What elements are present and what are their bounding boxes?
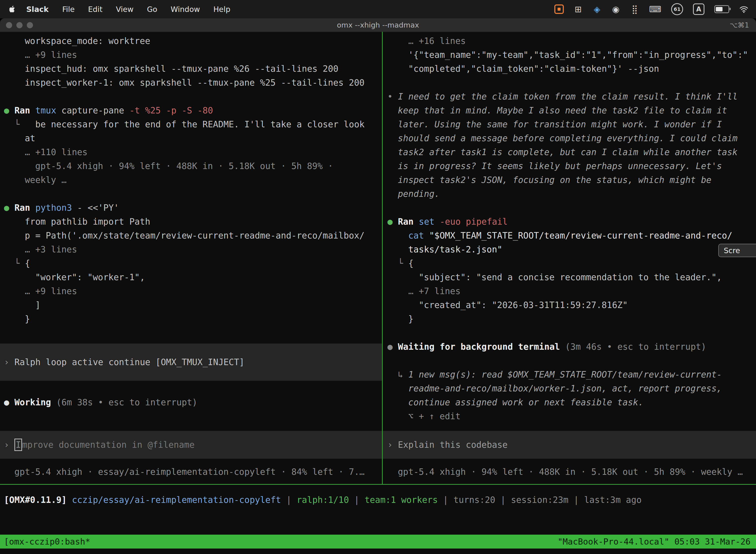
menu-item-edit[interactable]: Edit [81, 5, 109, 14]
terminal-line: ● Ran python3 - <<'PY' [0, 201, 382, 215]
text-segment: "$OMX_TEAM_STATE_ROOT/team/review-curren… [429, 231, 732, 240]
terminal-line: } [383, 312, 756, 326]
text-segment: cczip/essay/ai-reimplementation-copyleft [72, 495, 281, 505]
text-segment: ● [4, 106, 14, 115]
text-segment: be necessary for the end of the README. … [35, 119, 365, 129]
terminal-line: tasks/task-2.json" [383, 242, 756, 257]
menu-item-file[interactable]: File [56, 5, 81, 14]
circle-app-icon[interactable]: ◉ [611, 3, 620, 15]
terminal-line: inspect task2's JSON, focusing on the st… [383, 173, 756, 187]
text-segment: | [438, 495, 453, 505]
screenshot-toast[interactable]: Scre [718, 244, 756, 257]
text-segment: capture-pane [62, 106, 129, 115]
text-segment: › [387, 438, 398, 452]
text-segment: gpt-5.4 xhigh · 94% left · 488K in · 5.1… [398, 467, 743, 477]
text-segment: (3m 46s • esc to interrupt) [565, 342, 706, 352]
terminal-line: └ { [383, 257, 756, 270]
menubar-status-icons: ⊞ ◈ ◉ ⣿ ⌨ 61 A [554, 3, 756, 15]
battery-icon[interactable] [714, 3, 729, 15]
terminal-line: task2 after task1 is complete, but can I… [383, 145, 756, 159]
text-segment: Waiting for background terminal [398, 342, 565, 352]
text-segment: inspect_hud: omx sparkshell --tmux-pane … [25, 64, 338, 74]
text-segment: -euo pipefail [440, 217, 508, 227]
zoom-button[interactable] [27, 22, 33, 28]
wifi-icon[interactable] [739, 3, 749, 15]
close-button[interactable] [6, 22, 12, 28]
terminal-line: later. Using the same for transition mig… [383, 117, 756, 131]
text-segment: inspect_worker-1: omx sparkshell --tmux-… [25, 78, 365, 88]
text-segment: later. Using the same for transition mig… [398, 119, 722, 129]
terminal-line: inspect_hud: omx sparkshell --tmux-pane … [0, 62, 382, 76]
text-segment: } [25, 314, 30, 324]
terminal-line: cat "$OMX_TEAM_STATE_ROOT/team/review-cu… [383, 229, 756, 242]
blue-app-icon[interactable]: ◈ [592, 3, 602, 15]
text-segment: [OMX#0.11.9] [4, 495, 72, 505]
text-segment: from pathlib import Path [25, 217, 150, 227]
text-segment: tmux [35, 106, 61, 115]
terminal-line: should send a message before completing … [383, 131, 756, 145]
menu-item-help[interactable]: Help [207, 5, 237, 14]
text-segment: "completed","claim_token":"claim-token"}… [408, 64, 659, 74]
text-segment: … +9 lines [25, 286, 77, 296]
text-segment: readme-and-reco/mailbox/worker-1.json, a… [408, 384, 722, 393]
input-source-icon[interactable]: A [693, 3, 704, 15]
terminal-line: readme-and-reco/mailbox/worker-1.json, a… [383, 382, 756, 395]
terminal-line: ● Ran set -euo pipefail [383, 215, 756, 229]
text-segment: at [25, 133, 35, 143]
horizontal-pane-border [0, 484, 756, 485]
launchpad-icon[interactable]: ⣿ [630, 3, 639, 15]
text-segment: ralph:1/10 [297, 495, 349, 505]
terminal-pane-right[interactable]: … +16 lines'{"team_name":"my-team","task… [383, 32, 756, 484]
tmux-status-bar: [omx-cczip0:bash* "MacBook-Pro-44.local"… [0, 535, 756, 549]
grid-icon[interactable]: ⊞ [574, 3, 583, 15]
terminal-line: keep that in mind. Maybe I also need the… [383, 104, 756, 117]
terminal-line: '{"team_name":"my-team","task_id":"1","f… [383, 48, 756, 62]
menu-item-view[interactable]: View [109, 5, 140, 14]
text-segment: | [568, 495, 584, 505]
text-segment: ] [35, 300, 41, 310]
window-titlebar[interactable]: omx --xhigh --madmax ⌥⌘1 [0, 18, 756, 32]
text-segment: continue assigned work or next feasible … [408, 397, 643, 407]
text-segment: › [4, 438, 14, 452]
traffic-lights [0, 22, 33, 28]
terminal-pane-left[interactable]: workspace_mode: worktree… +9 linesinspec… [0, 32, 382, 484]
text-segment: cat [408, 231, 429, 240]
text-segment: } [408, 314, 414, 324]
apple-menu-icon[interactable] [9, 5, 16, 13]
prompt-input[interactable]: › Explain this codebase [383, 431, 756, 459]
screen-recording-icon[interactable] [554, 3, 564, 15]
prompt-input[interactable]: › Improve documentation in @filename [0, 431, 382, 459]
text-segment: | [495, 495, 511, 505]
ralph-loop-input[interactable]: › Ralph loop active continue [OMX_TMUX_I… [0, 343, 382, 381]
terminal-line: … +110 lines [0, 145, 382, 159]
text-segment: I need to get the claim token from the c… [398, 92, 738, 102]
text-segment: ● [387, 342, 398, 352]
text-segment: ↳ [398, 370, 408, 380]
text-segment: "subject": "send a concise recommendatio… [419, 272, 722, 282]
active-app-name[interactable]: Slack [19, 5, 56, 14]
keyboard-app-icon[interactable]: ⌨ [649, 3, 661, 15]
text-segment: Ran [398, 217, 419, 227]
window-title: omx --xhigh --madmax [0, 21, 756, 29]
battery-percent-badge[interactable]: 61 [671, 3, 683, 15]
text-segment: p = Path('.omx/state/team/review-current… [25, 231, 365, 240]
text-segment: 1 new msg(s): read $OMX_TEAM_STATE_ROOT/… [408, 370, 722, 380]
terminal-line: ● Waiting for background terminal (3m 46… [383, 340, 756, 354]
tmux-session-label: [omx-cczip0:bash* [0, 535, 90, 549]
terminal-line: • I need to get the claim token from the… [383, 90, 756, 104]
text-segment: Working [14, 397, 56, 407]
terminal-line: └ { [0, 257, 382, 270]
text-segment: last:3m ago [584, 495, 642, 505]
blank-line [383, 76, 756, 90]
terminal-line: … +7 lines [383, 284, 756, 298]
menu-item-go[interactable]: Go [140, 5, 164, 14]
text-segment: ● [4, 203, 14, 213]
desktop-screen: Slack FileEditViewGoWindowHelp ⊞ ◈ ◉ ⣿ ⌨… [0, 0, 756, 554]
terminal-line: "worker": "worker-1", [0, 270, 382, 284]
terminal-line: } [0, 312, 382, 326]
terminal-line: … +16 lines [383, 34, 756, 48]
terminal-line: from pathlib import Path [0, 215, 382, 229]
tmux-host-clock: "MacBook-Pro-44.local" 05:03 31-Mar-26 [558, 535, 756, 549]
minimize-button[interactable] [16, 22, 22, 28]
menu-item-window[interactable]: Window [164, 5, 207, 14]
